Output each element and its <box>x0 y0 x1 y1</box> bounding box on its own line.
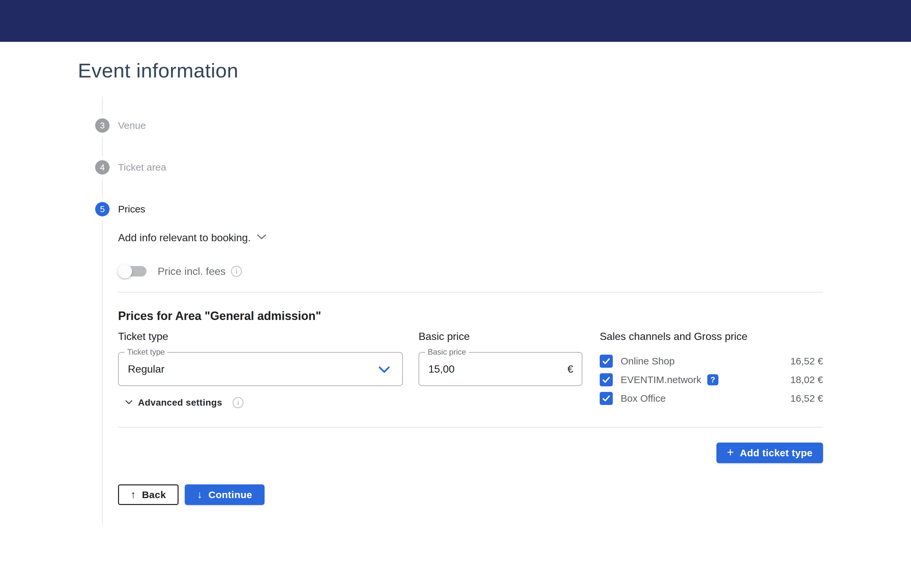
currency-suffix: € <box>567 353 573 385</box>
basic-price-input[interactable] <box>428 353 553 385</box>
app-header <box>0 0 911 42</box>
advanced-settings-label: Advanced settings <box>138 397 222 408</box>
continue-button[interactable]: ↓ Continue <box>185 485 265 505</box>
chevron-down-icon <box>257 234 267 241</box>
step-label: Prices <box>118 204 145 215</box>
select-chevron-down-icon <box>379 367 390 375</box>
channel-gross-price: 16,52 € <box>790 393 823 404</box>
channel-label: Online Shop <box>621 355 675 367</box>
plus-icon: + <box>727 446 734 459</box>
help-question-badge[interactable]: ? <box>707 374 718 385</box>
step-label: Ticket area <box>118 162 166 173</box>
toggle-knob <box>118 264 132 278</box>
advanced-settings-expander[interactable]: Advanced settings i <box>125 397 244 409</box>
booking-info-expander[interactable]: Add info relevant to booking. <box>118 231 267 245</box>
box-office-checkbox[interactable] <box>600 392 613 405</box>
stepper-step-venue[interactable]: 3 Venue <box>95 118 146 133</box>
channel-row-eventim-network: EVENTIM.network ? 18,02 € <box>600 373 823 386</box>
step-number: 3 <box>100 121 105 131</box>
basic-price-field: Basic price € <box>419 352 583 386</box>
channel-row-box-office: Box Office 16,52 € <box>600 392 823 405</box>
checkmark-icon <box>601 356 611 366</box>
channel-gross-price: 16,52 € <box>790 355 823 367</box>
checkmark-icon <box>601 394 611 403</box>
eventim-network-checkbox[interactable] <box>600 373 613 386</box>
booking-info-label: Add info relevant to booking. <box>118 232 251 244</box>
stepper-step-ticket-area[interactable]: 4 Ticket area <box>95 160 166 174</box>
column-header-sales-channels: Sales channels and Gross price <box>600 330 748 342</box>
area-prices-heading: Prices for Area "General admission" <box>118 309 321 323</box>
arrow-up-icon: ↑ <box>131 489 136 501</box>
add-ticket-type-button[interactable]: + Add ticket type <box>717 443 823 463</box>
section-divider <box>118 427 823 428</box>
info-icon[interactable]: i <box>233 397 244 408</box>
step-number-badge: 5 <box>95 202 110 216</box>
section-divider <box>118 292 823 292</box>
ticket-type-selected-value: Regular <box>128 353 165 385</box>
back-button[interactable]: ↑ Back <box>118 485 178 505</box>
stepper-step-prices[interactable]: 5 Prices <box>95 202 145 216</box>
continue-label: Continue <box>208 489 252 501</box>
channel-label: EVENTIM.network <box>621 374 701 385</box>
price-incl-fees-label: Price incl. fees <box>158 265 226 278</box>
step-number: 4 <box>100 162 105 173</box>
arrow-down-icon: ↓ <box>197 489 203 501</box>
chevron-down-icon <box>125 400 133 406</box>
column-header-basic-price: Basic price <box>419 330 470 342</box>
channel-gross-price: 18,02 € <box>790 374 823 385</box>
online-shop-checkbox[interactable] <box>600 355 613 368</box>
add-ticket-type-label: Add ticket type <box>739 447 812 459</box>
step-number-badge: 4 <box>95 160 110 174</box>
ticket-type-select[interactable]: Ticket type Regular <box>118 352 403 386</box>
price-incl-fees-row: Price incl. fees i <box>119 264 242 278</box>
column-header-ticket-type: Ticket type <box>118 330 168 342</box>
info-icon[interactable]: i <box>231 266 242 277</box>
step-number-badge: 3 <box>95 118 110 133</box>
price-incl-fees-toggle[interactable] <box>119 266 147 276</box>
step-label: Venue <box>118 120 146 131</box>
page-title: Event information <box>78 59 238 82</box>
channel-label: Box Office <box>621 393 666 404</box>
back-label: Back <box>142 489 166 501</box>
sales-channels-list: Online Shop 16,52 € EVENTIM.network ? 18… <box>600 355 823 410</box>
checkmark-icon <box>601 375 611 385</box>
step-number: 5 <box>100 204 105 215</box>
channel-row-online-shop: Online Shop 16,52 € <box>600 355 823 368</box>
